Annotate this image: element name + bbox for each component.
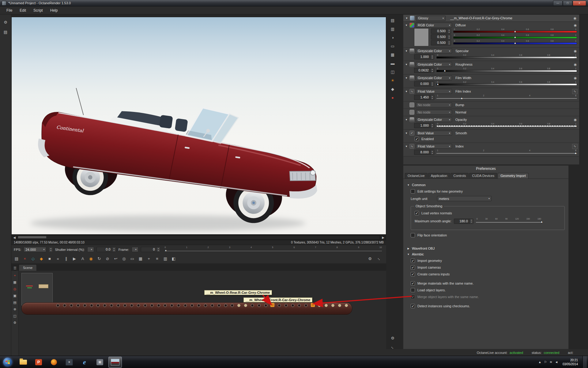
image-icon[interactable]: ▦ [389, 51, 396, 58]
eye-icon[interactable]: ◉ [573, 117, 578, 122]
section-wavefront-obj[interactable]: ▶Wavefront OBJ [407, 247, 565, 250]
diffuse-red-slider[interactable]: 00.20.40.60.81▲ [453, 28, 577, 34]
diffuse-red-field[interactable]: 0.500▴▾ [431, 29, 451, 34]
section-alembic[interactable]: ▼Alembic [407, 252, 565, 256]
node-pin[interactable] [137, 304, 140, 307]
layers-icon[interactable]: ≡ [154, 255, 160, 262]
index-slider[interactable]: 1248▲ [436, 149, 577, 155]
clock[interactable]: 20:21 03/05/2014 [563, 358, 578, 366]
node-pin[interactable] [77, 304, 80, 307]
close-button[interactable]: × [573, 1, 586, 6]
eye-icon[interactable]: ◉ [573, 49, 578, 53]
node-pin[interactable] [264, 304, 267, 307]
tab-geometry-import[interactable]: Geometry Import [498, 173, 529, 178]
node-pin[interactable] [90, 304, 93, 307]
collapse-icon[interactable]: ▼ [405, 132, 408, 135]
node-pin[interactable] [70, 304, 73, 307]
node-pin-highlighted[interactable] [311, 303, 315, 307]
create-camera-inputs-checkbox[interactable]: ✓ [411, 272, 415, 276]
scroll-track[interactable] [17, 236, 380, 240]
monitor-icon[interactable]: ▭ [389, 43, 396, 50]
opacity-type-select[interactable]: Greyscale Color▾ [416, 117, 452, 122]
grid-icon[interactable]: ▦ [12, 279, 18, 285]
network-icon[interactable]: ◇ [30, 255, 36, 262]
pages-icon[interactable]: ▤ [389, 17, 396, 24]
focus-icon[interactable]: ◎ [12, 286, 18, 292]
smooth-type-select[interactable]: Bool Value▾ [416, 131, 452, 136]
menu-script[interactable]: Script [30, 7, 46, 13]
move-tool-icon[interactable]: + [12, 273, 18, 278]
normal-type-select[interactable]: No node▾ [416, 110, 452, 115]
gear-icon[interactable]: ⚙ [12, 320, 18, 325]
zoom-icon[interactable]: ◎ [121, 255, 127, 262]
collapse-icon[interactable]: ▼ [405, 118, 408, 121]
taskbar-octane-button[interactable] [108, 357, 122, 368]
tray-action-center-icon[interactable]: ⚐ [544, 360, 547, 364]
diffuse-green-slider[interactable]: 00.20.40.60.81▲ [453, 34, 577, 40]
opacity-slider[interactable]: 00.20.40.60.81▲ [436, 123, 577, 128]
sun-icon[interactable]: ☀ [389, 77, 396, 84]
scroll-left-button[interactable]: ◀ [12, 236, 17, 239]
film-width-field[interactable]: 0.000▴▾ [414, 81, 434, 86]
timeline-ruler[interactable]: 012345678910 ▲ [165, 246, 382, 254]
index-field[interactable]: 8.000▴▾ [414, 150, 434, 155]
node-pin[interactable] [211, 304, 214, 307]
diffuse-type-select[interactable]: RGB Color▾ [416, 23, 452, 28]
max-smooth-angle-slider[interactable]: 0306090120150180 ▲ [476, 218, 542, 224]
collapse-icon[interactable]: ▼ [405, 24, 408, 27]
node-pin-highlighted[interactable] [270, 303, 274, 307]
node-pin[interactable] [130, 304, 133, 307]
specular-type-select[interactable]: Greyscale Color▾ [416, 48, 452, 53]
taskbar-explorer-button[interactable] [17, 357, 30, 368]
node-pin[interactable] [325, 304, 328, 307]
node-pin[interactable] [204, 304, 207, 307]
node-pin[interactable] [331, 304, 334, 307]
film-index-slider[interactable]: 1248▲ [436, 94, 577, 100]
wrench-icon[interactable]: ⚙ [389, 335, 396, 341]
frame-icon[interactable]: ▣ [12, 293, 18, 298]
roughness-type-select[interactable]: Greyscale Color▾ [416, 62, 452, 67]
roughness-field[interactable]: 0.0632▴▾ [414, 68, 434, 73]
node-pin[interactable] [144, 304, 147, 307]
film-width-slider[interactable]: 00.20.40.60.81▲ [436, 81, 577, 87]
eye-icon[interactable]: ◉ [573, 76, 578, 80]
film-index-type-select[interactable]: Float Value▾ [416, 89, 452, 94]
orbit-camera-icon[interactable]: ↻ [96, 255, 103, 262]
material-ball-icon[interactable]: ◆ [38, 255, 45, 262]
specular-field[interactable]: 1.000▴▾ [414, 54, 434, 59]
tab-octanelive[interactable]: OctaneLive [405, 173, 428, 178]
collapse-icon[interactable]: ▼ [405, 17, 408, 20]
render-target-icon[interactable]: ◉ [88, 255, 94, 262]
length-unit-select[interactable]: meters▾ [437, 196, 492, 201]
texture-icon[interactable]: ◆ [389, 86, 396, 93]
taskbar-internet-explorer-button[interactable]: e [78, 357, 91, 368]
collapse-icon[interactable]: ▼ [405, 77, 408, 79]
scroll-right-button[interactable]: ▶ [381, 236, 386, 239]
frame-select[interactable]: ▾ [132, 247, 138, 252]
menu-file[interactable]: File [3, 7, 16, 13]
frame-value-field[interactable]: 0▴▾ [141, 247, 160, 252]
tab-application[interactable]: Application [428, 173, 450, 178]
arrow-back-icon[interactable]: ↩ [112, 255, 119, 262]
show-desktop-button[interactable] [582, 356, 587, 368]
node-pin[interactable] [150, 304, 153, 307]
menu-help[interactable]: Help [47, 7, 61, 13]
fullscreen-icon[interactable]: ↔ [376, 255, 383, 262]
merge-materials-with-the-same-name-checkbox[interactable]: ✓ [411, 281, 415, 286]
node-pin[interactable] [63, 304, 66, 307]
monitor-icon[interactable]: ▭ [129, 255, 136, 262]
node-pin[interactable] [83, 304, 86, 307]
collapse-icon[interactable]: ▼ [405, 50, 408, 52]
graph-overview-panel[interactable] [21, 273, 53, 305]
max-smooth-angle-field[interactable]: 180.0▴▾ [454, 219, 473, 224]
node-pin[interactable] [291, 304, 294, 307]
taskbar-utility-button[interactable]: ▣ [93, 357, 107, 368]
tray-show-hidden-icons[interactable]: ▲ [538, 360, 541, 364]
link-icon[interactable]: ⊕ [12, 306, 18, 312]
index-type-select[interactable]: Float Value▾ [416, 144, 452, 149]
lock-icon[interactable]: ◧ [170, 255, 177, 262]
uk-flag-icon[interactable]: × [21, 255, 28, 262]
camera-icon[interactable]: ◫ [12, 313, 18, 319]
diffuse-blue-field[interactable]: 0.500▴▾ [431, 40, 451, 45]
node-pin[interactable] [157, 304, 160, 307]
